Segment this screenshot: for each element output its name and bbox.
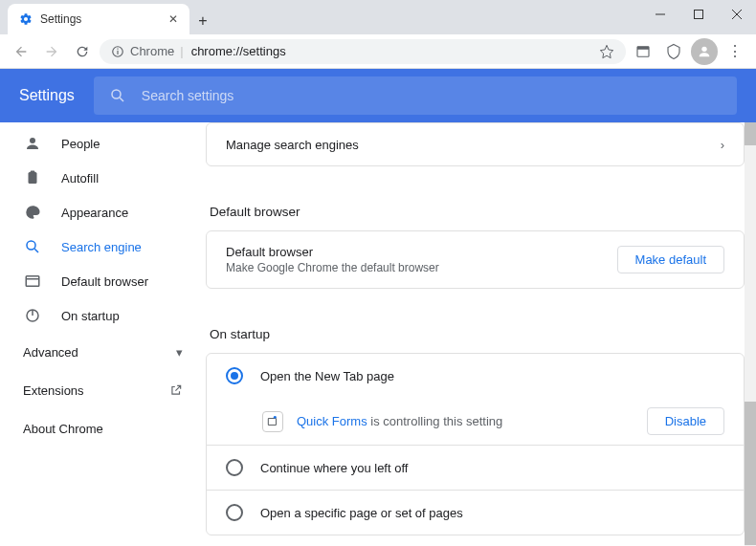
startup-option-new-tab[interactable]: Open the New Tab page xyxy=(207,354,744,398)
settings-search-input[interactable] xyxy=(142,88,722,103)
svg-point-15 xyxy=(27,241,35,250)
svg-rect-13 xyxy=(29,172,37,184)
sidebar-item-label: Search engine xyxy=(61,240,142,254)
address-path: chrome://settings xyxy=(191,44,286,58)
sidebar-about[interactable]: About Chrome xyxy=(0,409,206,448)
svg-line-11 xyxy=(120,98,123,101)
sidebar-item-autofill[interactable]: Autofill xyxy=(0,161,206,195)
svg-point-9 xyxy=(701,46,706,51)
clipboard-icon xyxy=(23,169,42,186)
chevron-right-icon: › xyxy=(721,138,724,152)
sidebar-item-appearance[interactable]: Appearance xyxy=(0,195,206,229)
radio-selected-icon xyxy=(226,367,243,384)
svg-point-10 xyxy=(112,90,121,98)
palette-icon xyxy=(23,204,42,221)
svg-rect-5 xyxy=(117,50,118,54)
back-button[interactable] xyxy=(8,38,34,65)
sidebar: People Autofill Appearance Search engine… xyxy=(0,122,206,546)
sidebar-extensions-label: Extensions xyxy=(23,383,84,398)
startup-option-label: Open the New Tab page xyxy=(260,369,394,383)
tab-title: Settings xyxy=(40,12,161,26)
chrome-menu-button[interactable]: ⋮ xyxy=(722,42,748,60)
site-info-icon[interactable]: Chrome | xyxy=(111,44,184,58)
controlling-extension-suffix: is controlling this setting xyxy=(367,414,503,428)
browser-icon xyxy=(23,273,42,290)
card-default-browser: Default browser Make Google Chrome the d… xyxy=(206,230,745,289)
make-default-button[interactable]: Make default xyxy=(617,246,724,273)
maximize-button[interactable] xyxy=(679,0,718,29)
power-icon xyxy=(23,307,42,324)
startup-option-label: Continue where you left off xyxy=(260,461,408,475)
external-link-icon xyxy=(169,383,183,397)
search-icon xyxy=(23,238,42,255)
window-close-button[interactable] xyxy=(718,0,756,29)
settings-header: Settings xyxy=(0,69,756,122)
radio-unselected-icon xyxy=(226,459,243,476)
sidebar-advanced-label: Advanced xyxy=(23,345,78,360)
extension-puzzle-icon xyxy=(262,411,283,432)
sidebar-item-label: Default browser xyxy=(61,274,148,289)
gear-icon xyxy=(19,12,33,26)
svg-rect-6 xyxy=(117,48,118,49)
startup-option-specific[interactable]: Open a specific page or set of pages xyxy=(207,491,744,535)
sidebar-about-label: About Chrome xyxy=(23,422,103,436)
sidebar-extensions[interactable]: Extensions xyxy=(0,371,206,409)
browser-tab[interactable]: Settings ✕ xyxy=(8,4,189,34)
default-browser-title: Default browser xyxy=(226,245,439,259)
sidebar-item-search-engine[interactable]: Search engine xyxy=(0,229,206,264)
svg-rect-21 xyxy=(268,418,276,425)
omnibox[interactable]: Chrome | chrome://settings xyxy=(100,39,626,64)
minimize-button[interactable] xyxy=(641,0,679,29)
section-on-startup-heading: On startup xyxy=(206,312,745,353)
sidebar-advanced[interactable]: Advanced ▾ xyxy=(0,333,206,371)
sidebar-item-label: On startup xyxy=(61,309,120,323)
default-browser-desc: Make Google Chrome the default browser xyxy=(226,261,439,274)
extension-icon-2[interactable] xyxy=(660,38,687,65)
profile-avatar[interactable] xyxy=(691,38,718,65)
scrollbar-thumb-lower[interactable] xyxy=(745,402,756,545)
sidebar-item-label: People xyxy=(61,137,100,151)
chevron-down-icon: ▾ xyxy=(176,345,183,360)
sidebar-item-label: Appearance xyxy=(61,206,128,220)
disable-extension-button[interactable]: Disable xyxy=(647,407,724,435)
svg-rect-8 xyxy=(637,46,649,49)
svg-rect-14 xyxy=(31,171,35,174)
controlling-extension-name[interactable]: Quick Forms xyxy=(297,414,367,428)
sidebar-item-default-browser[interactable]: Default browser xyxy=(0,264,206,298)
scrollbar-track[interactable] xyxy=(745,122,756,546)
svg-line-16 xyxy=(34,249,38,252)
startup-extension-notice: Quick Forms is controlling this setting … xyxy=(207,398,744,445)
content-area: Manage search engines › Default browser … xyxy=(206,122,756,546)
radio-unselected-icon xyxy=(226,504,243,521)
scrollbar-thumb-upper[interactable] xyxy=(745,122,756,145)
window-controls xyxy=(641,0,756,29)
startup-option-label: Open a specific page or set of pages xyxy=(260,506,463,520)
sidebar-item-people[interactable]: People xyxy=(0,126,206,161)
default-browser-texts: Default browser Make Google Chrome the d… xyxy=(226,245,439,274)
page-title: Settings xyxy=(19,87,75,104)
new-tab-button[interactable]: + xyxy=(189,8,216,34)
extension-icon-1[interactable] xyxy=(630,38,656,65)
card-on-startup: Open the New Tab page Quick Forms is con… xyxy=(206,353,745,535)
person-icon xyxy=(23,135,42,152)
sidebar-item-on-startup[interactable]: On startup xyxy=(0,298,206,333)
window-titlebar: Settings ✕ + xyxy=(0,0,756,34)
startup-option-continue[interactable]: Continue where you left off xyxy=(207,446,744,490)
sidebar-item-label: Autofill xyxy=(61,171,99,186)
bookmark-star-icon[interactable] xyxy=(599,44,614,59)
address-bar: Chrome | chrome://settings ⋮ xyxy=(0,34,756,69)
reload-button[interactable] xyxy=(69,38,96,65)
manage-search-engines-label: Manage search engines xyxy=(226,138,359,152)
card-search-engines: Manage search engines › xyxy=(206,122,745,166)
settings-search[interactable] xyxy=(94,76,737,115)
section-default-browser-heading: Default browser xyxy=(206,189,745,230)
manage-search-engines-row[interactable]: Manage search engines › xyxy=(207,123,744,165)
svg-point-22 xyxy=(274,415,277,418)
forward-button[interactable] xyxy=(38,38,65,65)
address-scheme: Chrome xyxy=(130,44,174,58)
default-browser-row: Default browser Make Google Chrome the d… xyxy=(207,231,744,288)
search-icon xyxy=(109,87,126,104)
svg-rect-17 xyxy=(26,276,39,287)
svg-point-12 xyxy=(30,138,35,143)
close-icon[interactable]: ✕ xyxy=(168,12,178,26)
